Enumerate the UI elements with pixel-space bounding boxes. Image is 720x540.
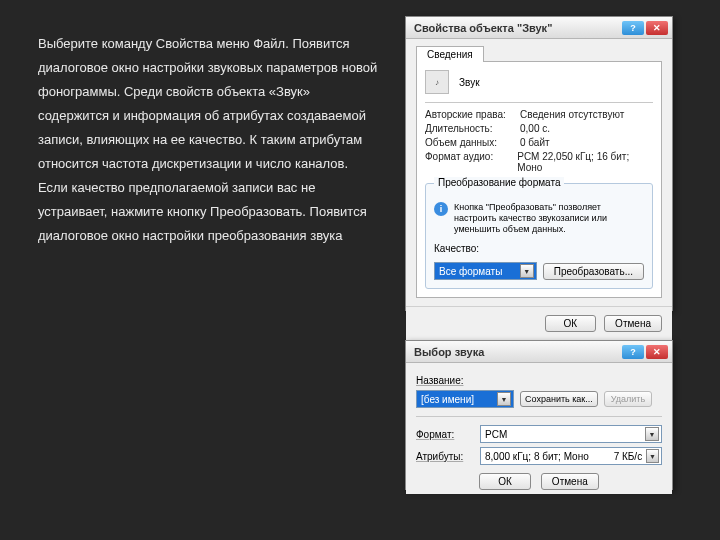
chevron-down-icon: ▼ bbox=[520, 264, 534, 278]
dialog2-titlebar[interactable]: Выбор звука ? ✕ bbox=[406, 341, 672, 363]
cancel-button[interactable]: Отмена bbox=[541, 473, 599, 490]
convert-button[interactable]: Преобразовать... bbox=[543, 263, 644, 280]
attr-select[interactable]: 8,000 кГц; 8 бит; Моно 7 КБ/с ▼ bbox=[480, 447, 662, 465]
close-icon[interactable]: ✕ bbox=[646, 21, 668, 35]
dialog1-footer: ОК Отмена bbox=[406, 306, 672, 340]
quality-label: Качество: bbox=[434, 243, 479, 254]
close-icon[interactable]: ✕ bbox=[646, 345, 668, 359]
chevron-down-icon: ▼ bbox=[497, 392, 511, 406]
name-label: Название: bbox=[416, 375, 474, 386]
help-icon[interactable]: ? bbox=[622, 21, 644, 35]
file-label: Звук bbox=[459, 77, 480, 88]
info-icon: i bbox=[434, 202, 448, 216]
delete-button: Удалить bbox=[604, 391, 652, 407]
size-label: Объем данных: bbox=[425, 137, 520, 148]
dialog2-body: Название: [без имени] ▼ Сохранить как...… bbox=[406, 363, 672, 494]
dialog1-titlebar[interactable]: Свойства объекта "Звук" ? ✕ bbox=[406, 17, 672, 39]
quality-select[interactable]: Все форматы ▼ bbox=[434, 262, 537, 280]
save-as-button[interactable]: Сохранить как... bbox=[520, 391, 598, 407]
copyright-value: Сведения отсутствуют bbox=[520, 109, 624, 120]
size-value: 0 байт bbox=[520, 137, 550, 148]
chevron-down-icon: ▼ bbox=[646, 449, 659, 463]
dialog2-title: Выбор звука bbox=[414, 346, 484, 358]
dialog1-title: Свойства объекта "Звук" bbox=[414, 22, 552, 34]
duration-value: 0,00 с. bbox=[520, 123, 550, 134]
sound-file-icon: ♪ bbox=[425, 70, 449, 94]
format-label2: Формат: bbox=[416, 429, 474, 440]
attr-rate: 7 КБ/с bbox=[614, 451, 643, 462]
help-icon[interactable]: ? bbox=[622, 345, 644, 359]
chevron-down-icon: ▼ bbox=[645, 427, 659, 441]
copyright-label: Авторские права: bbox=[425, 109, 520, 120]
sound-properties-dialog: Свойства объекта "Звук" ? ✕ Сведения ♪ З… bbox=[405, 16, 673, 311]
attr-value: 8,000 кГц; 8 бит; Моно bbox=[485, 451, 589, 462]
tab-page: ♪ Звук Авторские права:Сведения отсутств… bbox=[416, 61, 662, 298]
quality-value: Все форматы bbox=[439, 266, 502, 277]
ok-button[interactable]: ОК bbox=[479, 473, 531, 490]
cancel-button[interactable]: Отмена bbox=[604, 315, 662, 332]
name-value: [без имени] bbox=[421, 394, 474, 405]
format-label: Формат аудио: bbox=[425, 151, 517, 173]
ok-button[interactable]: ОК bbox=[545, 315, 597, 332]
sound-select-dialog: Выбор звука ? ✕ Название: [без имени] ▼ … bbox=[405, 340, 673, 490]
group-title: Преобразование формата bbox=[434, 177, 564, 188]
instruction-text: Выберите команду Свойства меню Файл. Поя… bbox=[38, 32, 378, 248]
format-value2: PCM bbox=[485, 429, 507, 440]
conversion-groupbox: Преобразование формата i Кнопка "Преобра… bbox=[425, 183, 653, 289]
duration-label: Длительность: bbox=[425, 123, 520, 134]
format-select[interactable]: PCM ▼ bbox=[480, 425, 662, 443]
dialog1-body: Сведения ♪ Звук Авторские права:Сведения… bbox=[406, 39, 672, 306]
tab-info[interactable]: Сведения bbox=[416, 46, 484, 62]
attr-label: Атрибуты: bbox=[416, 451, 474, 462]
format-value: PCM 22,050 кГц; 16 бит; Моно bbox=[517, 151, 653, 173]
info-text: Кнопка "Преобразовать" позволяет настрои… bbox=[454, 202, 644, 235]
name-select[interactable]: [без имени] ▼ bbox=[416, 390, 514, 408]
